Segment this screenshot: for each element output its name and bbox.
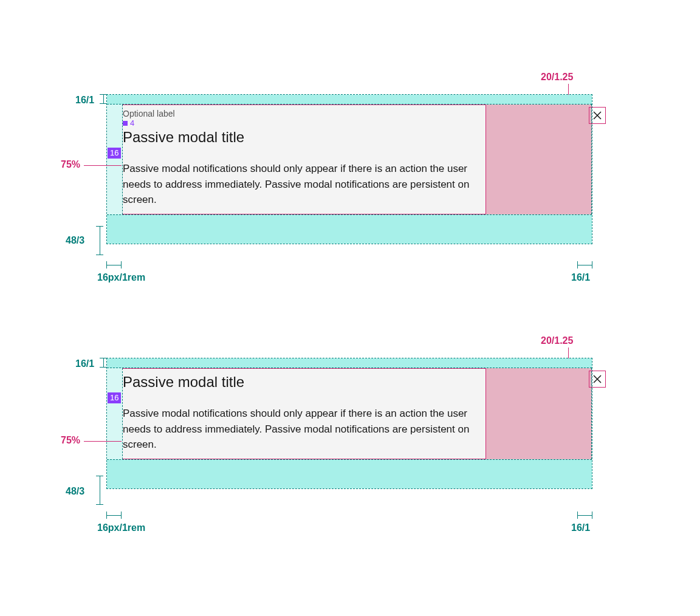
ruler-bottom-pad-2 [96,476,103,505]
spacing-16-chip-2: 16 [108,392,121,403]
close-button-2[interactable] [589,371,606,388]
ruler-top-pad-2 [100,358,107,368]
purple-dot-icon [123,121,128,126]
modal-bottom-padding-2 [107,459,592,488]
modal-close-area-2 [486,368,592,459]
modal-content-area: Optional label 4 Passive modal title 16 … [122,104,486,214]
anno-close-size-2: 20/1.25 [541,335,573,346]
modal-top-padding-2 [107,358,592,368]
modal-spec-1: Optional label 4 Passive modal title 16 … [106,94,592,244]
modal-optional-label: Optional label [123,105,476,118]
anno-content-width-2: 75% [61,435,80,446]
leader-close-1 [568,84,569,95]
modal-close-area [486,104,592,214]
leader-content-width-2 [84,441,122,442]
modal-spec-2: Passive modal title 16 Passive modal not… [106,358,592,489]
ruler-left-pad-2 [106,512,122,519]
spacing-4-indicator: 4 [123,118,476,128]
modal-bottom-padding [107,214,592,244]
ruler-right-pad-2 [577,512,592,519]
anno-top-pad-2: 16/1 [75,358,94,369]
spacing-4-value: 4 [130,118,134,128]
ruler-bottom-pad-1 [96,226,103,255]
modal-title-2: Passive modal title [123,369,476,391]
modal-body-2: Passive modal notifications should only … [123,406,476,459]
anno-bottom-pad-1: 48/3 [66,235,84,246]
anno-left-pad-2: 16px/1rem [97,522,145,533]
spacing-16-chip: 16 [108,148,121,159]
anno-right-pad-2: 16/1 [571,522,590,533]
anno-top-pad-1: 16/1 [75,95,94,106]
modal-body: Passive modal notifications should only … [123,161,476,214]
anno-left-pad-1: 16px/1rem [97,272,145,283]
close-icon-2 [592,374,602,384]
anno-bottom-pad-2: 48/3 [66,486,84,497]
anno-right-pad-1: 16/1 [571,272,590,283]
ruler-top-pad-1 [100,94,107,104]
close-icon [592,111,602,120]
left-padding-overlay-2 [107,368,122,459]
ruler-right-pad-1 [577,261,592,269]
modal-content-area-2: Passive modal title 16 Passive modal not… [122,368,486,459]
leader-close-2 [568,347,569,358]
modal-top-padding [107,95,592,104]
modal-title: Passive modal title [123,128,476,146]
ruler-left-pad-1 [106,261,122,269]
anno-content-width-1: 75% [61,159,80,170]
leader-content-width-1 [84,165,122,166]
anno-close-size-1: 20/1.25 [541,72,573,83]
left-padding-overlay [107,104,122,214]
close-button[interactable] [589,107,606,124]
